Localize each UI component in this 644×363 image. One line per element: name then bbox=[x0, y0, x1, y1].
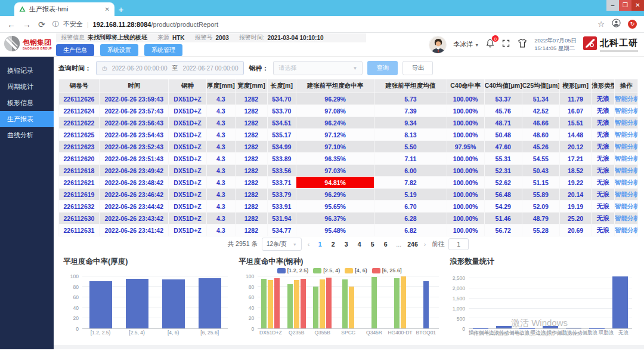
x-tick-label: 无浪 bbox=[615, 329, 632, 337]
bar[interactable] bbox=[349, 287, 354, 328]
nav-button[interactable]: 系统设置 bbox=[100, 44, 138, 56]
url-bar[interactable]: ⓘ 不安全 | 192.168.11.28:8084/product/produ… bbox=[52, 20, 591, 29]
export-button[interactable]: 导出 bbox=[402, 61, 433, 75]
back-icon[interactable]: ← bbox=[7, 20, 16, 29]
sidebar-item[interactable]: 板形信息 bbox=[0, 95, 54, 111]
nav-button[interactable]: 生产信息 bbox=[56, 44, 94, 56]
avatar[interactable] bbox=[429, 36, 447, 54]
smart-analysis-link[interactable]: 智能分析 bbox=[615, 131, 637, 138]
smart-analysis-link[interactable]: 智能分析 bbox=[615, 95, 637, 102]
bar[interactable] bbox=[294, 280, 299, 328]
select-placeholder: 请选择 bbox=[278, 64, 296, 72]
legend-item[interactable]: [4, 6) bbox=[345, 267, 367, 273]
table-cell: 55.28 bbox=[522, 224, 559, 236]
content: 查询时间： ◷ 2022-06-20 00:00:00 至 2022-06-27… bbox=[54, 57, 644, 349]
window-maximize-button[interactable]: ❐ bbox=[619, 0, 631, 11]
smart-analysis-link[interactable]: 智能分析 bbox=[615, 119, 637, 126]
page-size-select[interactable]: 12条/页▼ bbox=[262, 238, 302, 251]
table-cell: DX51D+Z bbox=[169, 141, 206, 153]
page-number[interactable]: 3 bbox=[342, 241, 351, 248]
bar[interactable] bbox=[394, 278, 400, 328]
next-page-button[interactable]: › bbox=[422, 241, 428, 248]
legend-item[interactable]: [6, 25.6] bbox=[372, 267, 402, 273]
smart-analysis-link[interactable]: 智能分析 bbox=[615, 167, 637, 174]
date-range-input[interactable]: ◷ 2022-06-20 00:00:00 至 2022-06-27 00:00… bbox=[96, 61, 244, 75]
alarm-code-label: 报警号 bbox=[195, 33, 213, 42]
bar[interactable] bbox=[612, 276, 628, 328]
report-table: 钢卷号时间钢种厚度[mm]宽度[mm]长度[m]建张前平坦度命中率建张前平坦度均… bbox=[58, 79, 638, 236]
legend-item[interactable]: [1.2, 2.5) bbox=[277, 267, 309, 273]
table-cell: 20.69 bbox=[559, 224, 591, 236]
shirt-icon[interactable] bbox=[517, 38, 528, 51]
bar[interactable] bbox=[326, 278, 332, 328]
smart-analysis-link[interactable]: 智能分析 bbox=[615, 107, 637, 114]
bar[interactable] bbox=[473, 328, 488, 329]
query-time-label: 查询时间： bbox=[58, 64, 91, 73]
bar[interactable] bbox=[261, 279, 267, 328]
bar[interactable] bbox=[199, 278, 221, 328]
bar[interactable] bbox=[543, 326, 558, 328]
bar[interactable] bbox=[342, 279, 348, 328]
smart-analysis-link[interactable]: 智能分析 bbox=[615, 179, 637, 186]
bar[interactable] bbox=[301, 279, 306, 328]
bar[interactable] bbox=[566, 328, 581, 328]
browser-update-icon[interactable]: ↻ bbox=[628, 20, 637, 29]
bar[interactable] bbox=[496, 326, 512, 328]
table-cell: 智能分析 bbox=[615, 105, 638, 117]
page-number[interactable]: 2 bbox=[329, 241, 338, 248]
smart-analysis-link[interactable]: 智能分析 bbox=[615, 214, 637, 222]
table-cell: 5.19 bbox=[374, 189, 447, 201]
table-cell: 11.79 bbox=[559, 93, 591, 105]
legend-item[interactable]: [2.5, 4) bbox=[313, 267, 340, 273]
nav-button[interactable]: 系统管理 bbox=[144, 44, 182, 56]
bookmark-star-icon[interactable]: ☆ bbox=[597, 20, 605, 29]
sidebar-item[interactable]: 曲线分析 bbox=[0, 127, 54, 143]
tab-close-icon[interactable]: ✕ bbox=[105, 6, 110, 13]
browser-profile-icon[interactable] bbox=[612, 19, 621, 30]
page-number[interactable]: 6 bbox=[381, 241, 390, 248]
table-cell: 无浪 bbox=[592, 129, 615, 141]
bar[interactable] bbox=[287, 284, 293, 328]
page-number[interactable]: 5 bbox=[368, 241, 377, 248]
bar[interactable] bbox=[423, 281, 429, 328]
page-number[interactable]: 4 bbox=[355, 241, 364, 248]
bar[interactable] bbox=[89, 281, 112, 328]
bar[interactable] bbox=[320, 279, 325, 328]
bar[interactable] bbox=[126, 279, 148, 328]
bar-slot bbox=[119, 276, 155, 328]
bar[interactable] bbox=[268, 280, 273, 328]
user-menu[interactable]: 李冰洋 ▼ bbox=[453, 40, 479, 49]
sidebar-item[interactable]: 生产报表 bbox=[0, 111, 54, 127]
tab-title: 生产报表-hmi bbox=[29, 5, 101, 14]
browser-tab[interactable]: 生产报表-hmi ✕ bbox=[14, 2, 114, 16]
bar[interactable] bbox=[401, 276, 406, 328]
forward-icon[interactable]: → bbox=[23, 20, 31, 29]
new-tab-button[interactable]: + bbox=[114, 3, 128, 16]
bar[interactable] bbox=[371, 277, 377, 328]
smart-analysis-link[interactable]: 智能分析 bbox=[615, 202, 637, 210]
smart-analysis-link[interactable]: 智能分析 bbox=[615, 190, 637, 198]
notification-bell[interactable]: 0 bbox=[485, 38, 495, 51]
bar[interactable] bbox=[313, 287, 318, 328]
page-number[interactable]: 1 bbox=[315, 241, 324, 248]
prev-page-button[interactable]: ‹ bbox=[306, 241, 312, 248]
window-minimize-button[interactable]: – bbox=[606, 0, 619, 11]
bar[interactable] bbox=[162, 279, 185, 328]
smart-analysis-link[interactable]: 智能分析 bbox=[615, 155, 637, 162]
table-cell: DX51D+Z bbox=[169, 129, 206, 141]
page-number[interactable]: 246 bbox=[407, 241, 418, 248]
reload-icon[interactable]: ⟳ bbox=[38, 20, 45, 29]
goto-page-input[interactable] bbox=[448, 238, 469, 250]
fullscreen-icon[interactable] bbox=[501, 39, 510, 50]
sidebar-item[interactable]: 换辊记录 bbox=[0, 63, 54, 79]
smart-analysis-link[interactable]: 智能分析 bbox=[615, 226, 637, 233]
horizontal-scrollbar[interactable] bbox=[54, 345, 644, 349]
window-close-button[interactable]: ✕ bbox=[631, 0, 644, 11]
smart-analysis-link[interactable]: 智能分析 bbox=[615, 143, 637, 150]
table-cell: 100.00% bbox=[447, 165, 484, 177]
sidebar-item[interactable]: 周期统计 bbox=[0, 79, 54, 95]
search-button[interactable]: 查询 bbox=[367, 61, 398, 75]
steel-grade-select[interactable]: 请选择 ▼ bbox=[273, 61, 363, 75]
bar[interactable] bbox=[274, 278, 280, 328]
table-row: 2261126212022-06-26 23:48:42DX51D+Z4.312… bbox=[59, 177, 638, 189]
